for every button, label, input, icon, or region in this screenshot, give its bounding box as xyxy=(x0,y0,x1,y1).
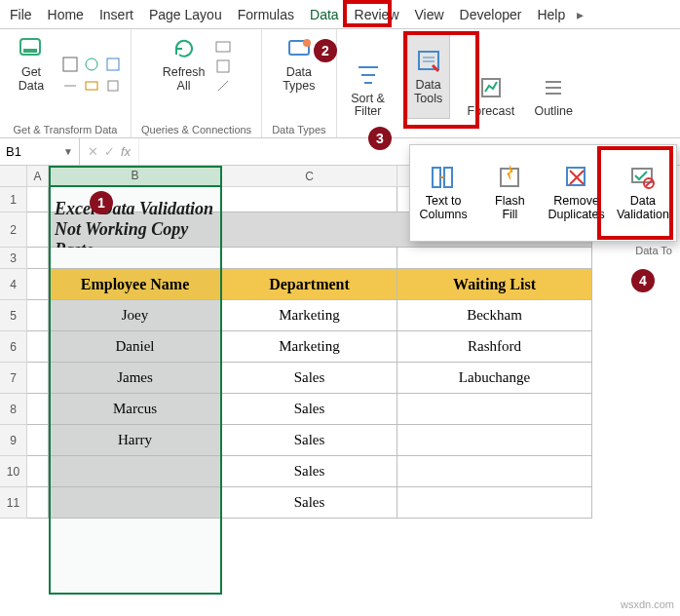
tab-review[interactable]: Review xyxy=(347,3,407,26)
cell[interactable] xyxy=(27,425,49,456)
tab-file[interactable]: File xyxy=(2,3,40,26)
tab-home[interactable]: Home xyxy=(40,3,92,26)
select-all-corner[interactable] xyxy=(0,166,27,187)
data-types-label: Data Types xyxy=(283,66,315,94)
text-to-columns-button[interactable]: Text to Columns xyxy=(410,145,476,241)
cell[interactable] xyxy=(27,363,49,394)
fx-icon[interactable]: fx xyxy=(121,144,131,159)
data-tools-icon xyxy=(413,46,444,77)
row-header[interactable]: 3 xyxy=(0,248,27,269)
row-header[interactable]: 2 xyxy=(0,212,27,248)
data-cell[interactable] xyxy=(397,394,592,425)
cell[interactable] xyxy=(27,456,49,487)
cell[interactable] xyxy=(27,212,49,248)
name-box[interactable]: B1 ▼ xyxy=(0,138,80,165)
cell[interactable] xyxy=(222,248,397,269)
data-cell[interactable]: Daniel xyxy=(49,331,222,363)
outline-icon xyxy=(538,72,569,103)
recent-sources-icon[interactable] xyxy=(62,78,78,94)
col-header[interactable]: C xyxy=(222,166,397,187)
refresh-all-button[interactable]: Refresh All xyxy=(163,33,206,94)
outline-button[interactable]: Outline xyxy=(532,72,575,119)
data-cell[interactable]: Sales xyxy=(222,487,397,519)
data-cell[interactable]: Beckham xyxy=(397,300,592,331)
more-icon[interactable] xyxy=(105,78,121,94)
row-header[interactable]: 4 xyxy=(0,269,27,300)
data-cell[interactable] xyxy=(397,456,592,487)
data-cell[interactable] xyxy=(49,456,222,487)
from-table-icon[interactable] xyxy=(105,57,121,72)
cell[interactable] xyxy=(397,248,592,269)
data-cell[interactable] xyxy=(397,425,592,456)
data-validation-button[interactable]: Data Validation xyxy=(610,145,676,241)
row-header[interactable]: 8 xyxy=(0,394,27,425)
cell[interactable] xyxy=(27,248,49,269)
svg-rect-6 xyxy=(108,81,118,91)
tab-view[interactable]: View xyxy=(407,3,452,26)
properties-icon[interactable] xyxy=(215,58,231,74)
cell[interactable] xyxy=(49,248,222,269)
cancel-icon[interactable]: ✕ xyxy=(88,144,98,159)
header-cell[interactable]: Employee Name xyxy=(49,269,222,300)
header-cell[interactable]: Department xyxy=(222,269,397,300)
data-cell[interactable]: Sales xyxy=(222,425,397,456)
data-cell[interactable]: Labuchange xyxy=(397,363,592,394)
flash-fill-button[interactable]: Flash Fill xyxy=(476,145,543,241)
data-cell[interactable]: Marketing xyxy=(222,331,397,363)
data-tools-button[interactable]: Data Tools xyxy=(407,33,450,119)
col-header[interactable]: A xyxy=(27,166,49,187)
name-box-dropdown-icon[interactable]: ▼ xyxy=(63,146,73,157)
cell[interactable] xyxy=(27,187,49,212)
from-web-icon[interactable] xyxy=(84,57,99,72)
remove-duplicates-button[interactable]: Remove Duplicates xyxy=(544,145,610,241)
data-cell[interactable]: Joey xyxy=(49,300,222,331)
tab-insert[interactable]: Insert xyxy=(92,3,141,26)
data-cell[interactable] xyxy=(49,487,222,519)
cell[interactable] xyxy=(27,269,49,300)
data-cell[interactable]: Sales xyxy=(222,363,397,394)
row-header[interactable]: 1 xyxy=(0,187,27,212)
group-label-queries: Queries & Connections xyxy=(141,122,251,135)
edit-links-icon[interactable] xyxy=(215,78,231,94)
row-header[interactable]: 6 xyxy=(0,331,27,363)
data-cell[interactable]: Sales xyxy=(222,394,397,425)
row-header[interactable]: 11 xyxy=(0,487,27,519)
sort-filter-button[interactable]: Sort & Filter xyxy=(347,59,390,120)
svg-rect-14 xyxy=(444,168,452,187)
get-data-button[interactable]: Get Data xyxy=(10,33,53,94)
enter-icon[interactable]: ✓ xyxy=(104,144,115,159)
forecast-button[interactable]: Forecast xyxy=(468,72,515,119)
title-cell[interactable] xyxy=(222,212,397,248)
forecast-icon xyxy=(475,72,507,103)
cell[interactable] xyxy=(27,300,49,331)
data-cell[interactable]: Marketing xyxy=(222,300,397,331)
data-types-button[interactable]: Data Types xyxy=(278,33,321,94)
cell[interactable] xyxy=(27,394,49,425)
row-header[interactable]: 9 xyxy=(0,425,27,456)
col-header[interactable]: B xyxy=(49,166,222,187)
data-cell[interactable] xyxy=(397,487,592,519)
existing-conn-icon[interactable] xyxy=(84,78,99,94)
tab-formulas[interactable]: Formulas xyxy=(230,3,302,26)
cell[interactable] xyxy=(27,487,49,519)
queries-icon[interactable] xyxy=(215,39,231,55)
tab-pagelayout[interactable]: Page Layou xyxy=(141,3,230,26)
svg-rect-8 xyxy=(217,60,229,72)
row-header[interactable]: 10 xyxy=(0,456,27,487)
data-cell[interactable]: Sales xyxy=(222,456,397,487)
data-cell[interactable]: Rashford xyxy=(397,331,592,363)
data-cell[interactable]: James xyxy=(49,363,222,394)
cell[interactable] xyxy=(27,331,49,363)
data-cell[interactable]: Marcus xyxy=(49,394,222,425)
header-cell[interactable]: Waiting List xyxy=(397,269,592,300)
tab-data[interactable]: Data xyxy=(302,3,347,26)
tab-developer[interactable]: Developer xyxy=(452,3,530,26)
from-text-icon[interactable] xyxy=(62,57,78,72)
ribbon-overflow-icon[interactable]: ▸ xyxy=(573,7,587,22)
row-header[interactable]: 7 xyxy=(0,363,27,394)
cell[interactable] xyxy=(222,187,397,212)
data-cell[interactable]: Harry xyxy=(49,425,222,456)
tab-help[interactable]: Help xyxy=(529,3,573,26)
row-header[interactable]: 5 xyxy=(0,300,27,331)
title-cell[interactable]: Excel Data Validation Not Working Copy P… xyxy=(49,212,222,248)
